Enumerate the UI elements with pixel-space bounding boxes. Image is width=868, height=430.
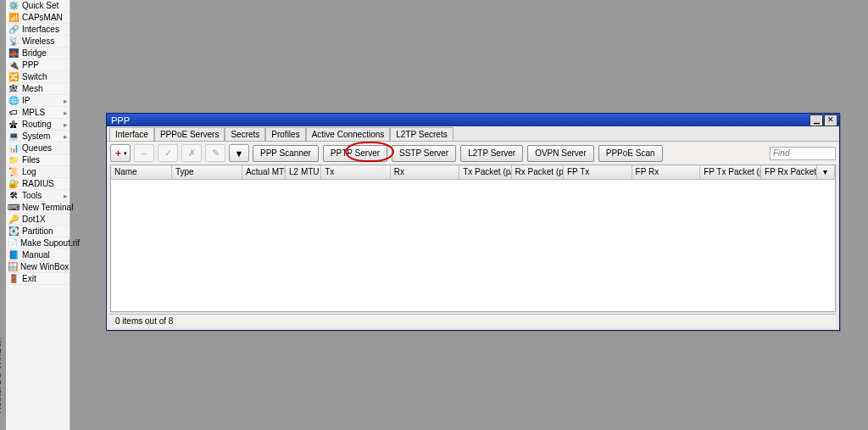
- nav-new-terminal[interactable]: ⌨New Terminal: [6, 202, 70, 214]
- nav-supout[interactable]: 📄Make Supout.rif: [6, 237, 70, 249]
- find-input[interactable]: [770, 147, 836, 160]
- minimize-button[interactable]: ▁: [810, 114, 823, 126]
- nav-tools-icon: 🛠: [8, 191, 19, 201]
- sidebar-item-label: Dot1X: [22, 214, 46, 225]
- sidebar-item-label: MPLS: [22, 107, 45, 118]
- btn-sstp-server[interactable]: SSTP Server: [392, 145, 456, 162]
- nav-dot1x-icon: 🔑: [8, 215, 19, 225]
- tabs: InterfacePPPoE ServersSecretsProfilesAct…: [107, 126, 839, 142]
- col-fp-rx-packet-p-s-[interactable]: FP Rx Packet (p/s): [761, 165, 817, 179]
- sidebar-item-label: New WinBox: [20, 261, 69, 272]
- comment-button[interactable]: ✎: [205, 144, 225, 162]
- nav-log[interactable]: 📜Log: [6, 166, 70, 178]
- nav-files[interactable]: 📁Files: [6, 154, 70, 166]
- nav-mpls-icon: 🏷: [8, 108, 19, 118]
- col-type[interactable]: Type: [172, 165, 242, 179]
- sidebar-item-label: Routing: [22, 119, 51, 130]
- nav-capsman-icon: 📶: [8, 13, 19, 23]
- nav-radius-icon: 🔐: [8, 179, 19, 189]
- nav-bridge-icon: 🌉: [8, 48, 19, 59]
- nav-quick-set[interactable]: ⚙️Quick Set: [6, 0, 70, 12]
- sidebar-item-label: RADIUS: [22, 178, 54, 189]
- tab-interface[interactable]: Interface: [109, 127, 154, 141]
- nav-routing[interactable]: 🛣Routing▸: [6, 119, 70, 131]
- col-tx[interactable]: Tx: [321, 165, 390, 179]
- nav-mpls[interactable]: 🏷MPLS▸: [6, 107, 70, 119]
- col-fp-tx[interactable]: FP Tx: [564, 165, 632, 179]
- disable-button[interactable]: ✗: [181, 144, 202, 162]
- nav-queues[interactable]: 📊Queues: [6, 142, 70, 154]
- nav-exit[interactable]: 🚪Exit: [6, 273, 70, 285]
- nav-radius[interactable]: 🔐RADIUS: [6, 178, 70, 190]
- remove-button[interactable]: −: [134, 144, 154, 162]
- sidebar-item-label: Queues: [22, 142, 52, 154]
- add-button[interactable]: ＋▾: [110, 144, 131, 162]
- nav-supout-icon: 📄: [8, 238, 18, 249]
- expand-icon: ▸: [64, 108, 68, 119]
- nav-bridge[interactable]: 🌉Bridge: [6, 47, 70, 59]
- sidebar-item-label: PPP: [22, 59, 39, 70]
- col-l2-mtu[interactable]: L2 MTU: [286, 165, 321, 179]
- nav-switch[interactable]: 🔀Switch: [6, 71, 70, 83]
- ppp-window: PPP ▁ ✕ InterfacePPPoE ServersSecretsPro…: [106, 113, 840, 331]
- btn-l2tp-server[interactable]: L2TP Server: [460, 145, 523, 162]
- nav-ppp-icon: 🔌: [8, 60, 19, 70]
- nav-routing-icon: 🛣: [8, 120, 19, 130]
- sidebar-item-label: IP: [22, 95, 30, 106]
- enable-button[interactable]: ✓: [158, 144, 178, 162]
- sidebar-item-label: Partition: [22, 226, 53, 237]
- sidebar-item-label: Bridge: [22, 47, 47, 59]
- sidebar-item-label: Make Supout.rif: [20, 237, 80, 249]
- tab-pppoe-servers[interactable]: PPPoE Servers: [154, 127, 225, 141]
- sidebar-item-label: Tools: [22, 190, 42, 201]
- titlebar[interactable]: PPP ▁ ✕: [107, 114, 839, 126]
- nav-manual-icon: 📘: [8, 250, 19, 260]
- nav-ppp[interactable]: 🔌PPP: [6, 59, 70, 71]
- nav-dot1x[interactable]: 🔑Dot1X: [6, 214, 70, 226]
- close-button[interactable]: ✕: [824, 114, 837, 126]
- nav-system-icon: 💻: [8, 131, 19, 142]
- col-actual-mtu[interactable]: Actual MTU: [242, 165, 286, 179]
- col-rx-packet-p-s-[interactable]: Rx Packet (p/s): [512, 165, 564, 179]
- nav-log-icon: 📜: [8, 167, 19, 177]
- nav-queues-icon: 📊: [8, 143, 19, 154]
- col-fp-tx-packet-p-s-[interactable]: FP Tx Packet (p/s): [700, 165, 761, 179]
- btn-ppp-scanner[interactable]: PPP Scanner: [253, 145, 319, 162]
- tab-profiles[interactable]: Profiles: [265, 127, 305, 141]
- sidebar-item-label: Wireless: [22, 36, 54, 47]
- nav-ip[interactable]: 🌐IP▸: [6, 95, 70, 107]
- grid: NameTypeActual MTUL2 MTUTxRxTx Packet (p…: [110, 165, 836, 312]
- nav-tools[interactable]: 🛠Tools▸: [6, 190, 70, 202]
- col-rx[interactable]: Rx: [391, 165, 459, 179]
- nav-interfaces[interactable]: 🔗Interfaces: [6, 24, 70, 36]
- tab-active-connections[interactable]: Active Connections: [306, 127, 391, 141]
- nav-manual[interactable]: 📘Manual: [6, 249, 70, 261]
- toolbar: ＋▾ − ✓ ✗ ✎ ▼ PPP ScannerPPTP ServerSSTP …: [107, 142, 839, 165]
- col-tx-packet-p-s-[interactable]: Tx Packet (p/s): [459, 165, 511, 179]
- btn-pptp-server[interactable]: PPTP Server: [323, 145, 387, 162]
- nav-new-winbox[interactable]: 🪟New WinBox: [6, 261, 70, 273]
- nav-capsman[interactable]: 📶CAPsMAN: [6, 12, 70, 24]
- nav-wireless[interactable]: 📡Wireless: [6, 36, 70, 47]
- nav-switch-icon: 🔀: [8, 72, 19, 82]
- nav-files-icon: 📁: [8, 155, 19, 165]
- filter-button[interactable]: ▼: [229, 144, 249, 162]
- nav-mesh[interactable]: 🕸Mesh: [6, 83, 70, 95]
- sidebar-item-label: New Terminal: [22, 202, 73, 213]
- sidebar-item-label: Manual: [22, 249, 50, 260]
- sidebar-item-label: CAPsMAN: [22, 12, 63, 23]
- nav-interfaces-icon: 🔗: [8, 25, 19, 35]
- btn-pppoe-scan[interactable]: PPPoE Scan: [598, 145, 663, 162]
- status-bar: 0 items out of 8: [110, 314, 836, 327]
- nav-system[interactable]: 💻System▸: [6, 131, 70, 142]
- col-name[interactable]: Name: [111, 165, 172, 179]
- col-fp-rx[interactable]: FP Rx: [632, 165, 701, 179]
- btn-ovpn-server[interactable]: OVPN Server: [527, 145, 594, 162]
- sidebar-item-label: Quick Set: [22, 0, 58, 11]
- nav-partition[interactable]: 💽Partition: [6, 226, 70, 237]
- columns-menu-icon[interactable]: ▾: [817, 165, 835, 179]
- nav-partition-icon: 💽: [8, 226, 19, 237]
- grid-body[interactable]: [111, 180, 835, 311]
- tab-l2tp-secrets[interactable]: L2TP Secrets: [390, 127, 453, 141]
- tab-secrets[interactable]: Secrets: [225, 127, 265, 141]
